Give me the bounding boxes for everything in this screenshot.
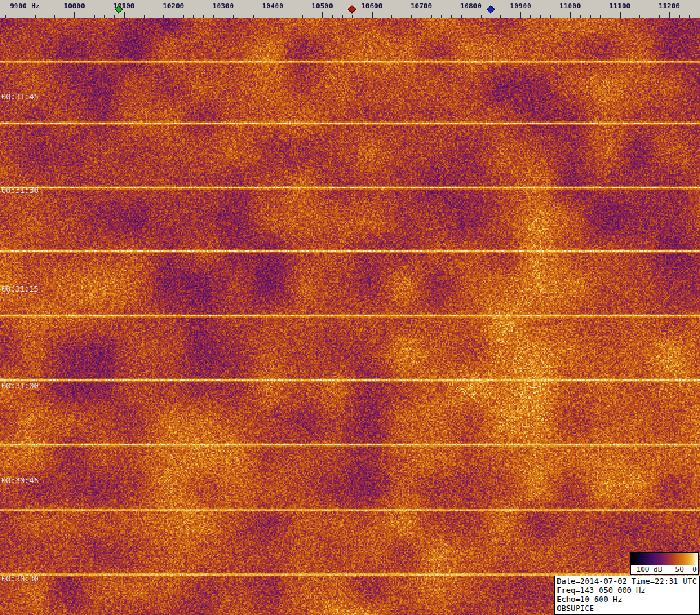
freq-tick-label: 11000 — [559, 2, 581, 10]
time-tick-label: 00:30:30 — [1, 574, 39, 583]
info-line-freq: Freq=143 050 000 Hz — [557, 586, 697, 595]
freq-tick-label: 10700 — [411, 2, 432, 10]
db-color-scale: -100 dB -50 0 — [630, 552, 699, 575]
freq-tick-label: 10300 — [212, 2, 234, 10]
freq-tick-label: 11100 — [609, 2, 630, 10]
time-tick-label: 00:30:45 — [1, 476, 39, 485]
time-tick-label: 00:31:15 — [1, 285, 39, 294]
time-tick-label: 00:31:45 — [1, 92, 39, 101]
freq-tick-label: 10400 — [262, 2, 283, 10]
spectrogram-app: 9900 Hz100001010010200103001040010500106… — [0, 0, 700, 615]
info-line-date: Date=2014-07-02 Time=22:31 UTC — [557, 577, 697, 586]
freq-tick-label: 11200 — [659, 2, 680, 10]
scale-label-mid: -50 — [671, 565, 684, 574]
info-line-echo: Echo=10 600 Hz — [557, 595, 697, 604]
freq-tick-label: 10600 — [361, 2, 382, 10]
waterfall-display: -100 dB -50 0 Date=2014-07-02 Time=22:31… — [0, 18, 700, 615]
freq-tick-label: 10500 — [311, 2, 333, 10]
color-scale-gradient — [631, 553, 698, 565]
freq-tick-label: 10000 — [64, 2, 85, 10]
color-scale-labels: -100 dB -50 0 — [631, 565, 698, 574]
frequency-ruler[interactable]: 9900 Hz100001010010200103001040010500106… — [0, 0, 700, 18]
scale-label-min: -100 dB — [632, 565, 662, 574]
time-tick-label: 00:31:00 — [1, 381, 39, 390]
freq-tick-label: 10800 — [460, 2, 482, 10]
info-line-station: OBSUPICE — [557, 604, 697, 613]
scale-label-max: 0 — [692, 565, 697, 574]
status-info-box: Date=2014-07-02 Time=22:31 UTC Freq=143 … — [554, 576, 700, 615]
freq-tick-label: 10200 — [163, 2, 184, 10]
freq-tick-label: 10900 — [510, 2, 531, 10]
freq-tick-label: 9900 Hz — [10, 2, 39, 10]
spectrogram-canvas[interactable] — [0, 18, 700, 615]
time-tick-label: 00:31:30 — [1, 186, 39, 195]
